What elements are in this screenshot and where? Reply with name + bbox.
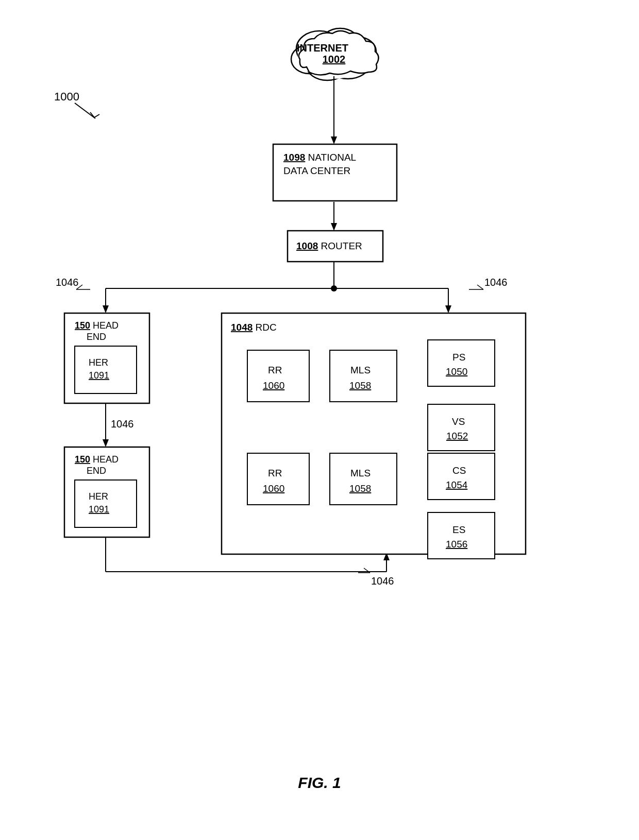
internet-cloud: INTERNET 1002 <box>291 28 379 80</box>
svg-text:DATA CENTER: DATA CENTER <box>283 165 350 176</box>
figure-caption: FIG. 1 <box>298 774 341 791</box>
rr-1-box <box>247 350 309 402</box>
svg-text:CS: CS <box>452 465 466 476</box>
rr-2-box <box>247 453 309 505</box>
svg-line-2 <box>94 114 99 117</box>
svg-text:1058: 1058 <box>349 483 371 494</box>
svg-text:1091: 1091 <box>89 504 109 515</box>
svg-text:1098
       NATIONAL: 1098 NATIONAL <box>283 152 356 163</box>
her-2-box <box>75 480 137 527</box>
svg-marker-26 <box>445 305 451 313</box>
svg-text:1002: 1002 <box>323 54 346 65</box>
cs-box <box>428 453 495 500</box>
svg-text:HER: HER <box>89 491 108 502</box>
svg-text:MLS: MLS <box>350 468 371 478</box>
svg-text:1054: 1054 <box>446 479 468 490</box>
svg-marker-17 <box>331 223 337 231</box>
diagram-container: 1000 INTERNET 1002 1098 NATIONAL <box>0 0 639 840</box>
svg-marker-36 <box>103 439 109 447</box>
svg-text:RR: RR <box>268 365 282 375</box>
es-box <box>428 512 495 559</box>
svg-text:150
       HEAD: 150 HEAD <box>75 320 119 331</box>
ps-box <box>428 340 495 386</box>
svg-text:PS: PS <box>452 352 465 363</box>
her-1-box <box>75 346 137 393</box>
label-1046-topleft: 1046 <box>56 277 79 288</box>
label-1046-middleleft: 1046 <box>111 418 134 430</box>
svg-line-30 <box>477 285 483 289</box>
svg-text:1060: 1060 <box>263 483 284 494</box>
svg-marker-13 <box>331 136 337 144</box>
svg-text:ES: ES <box>452 524 465 535</box>
svg-marker-23 <box>103 305 109 313</box>
svg-text:INTERNET: INTERNET <box>297 42 348 54</box>
vs-box <box>428 404 495 451</box>
label-1046-bottom: 1046 <box>371 575 394 587</box>
svg-text:END: END <box>87 332 106 342</box>
svg-text:END: END <box>87 466 106 476</box>
svg-text:1048
       RDC: 1048 RDC <box>231 322 277 333</box>
svg-text:MLS: MLS <box>350 365 371 375</box>
svg-text:1060: 1060 <box>263 380 284 391</box>
svg-text:VS: VS <box>452 416 465 427</box>
label-1046-topright: 1046 <box>484 277 508 288</box>
svg-text:HER: HER <box>89 357 108 368</box>
svg-text:1056: 1056 <box>446 539 467 550</box>
svg-text:RR: RR <box>268 468 282 478</box>
svg-text:1091: 1091 <box>89 370 109 381</box>
figure-number: 1000 <box>54 90 79 103</box>
svg-text:150
       HEAD: 150 HEAD <box>75 454 119 465</box>
svg-text:1052: 1052 <box>446 431 468 441</box>
svg-text:1058: 1058 <box>349 380 371 391</box>
svg-line-0 <box>75 103 95 118</box>
mls-1-box <box>330 350 397 402</box>
svg-text:1008
       ROUTER: 1008 ROUTER <box>296 241 362 251</box>
svg-text:1050: 1050 <box>446 366 467 377</box>
mls-2-box <box>330 453 397 505</box>
